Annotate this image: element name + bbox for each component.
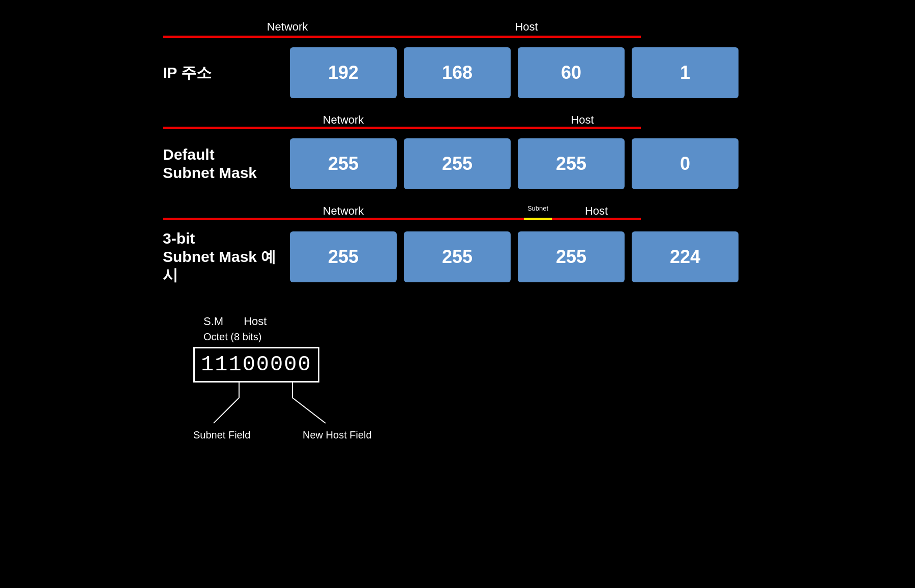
subnet-octet-4: 0 — [632, 138, 739, 189]
bits-display-container: 11100000 — [193, 347, 884, 383]
bottom-host-label: Host — [244, 315, 267, 328]
subnet3-network-label: Network — [163, 204, 524, 218]
svg-text:Subnet Field: Subnet Field — [193, 429, 250, 440]
ip-octet-4: 1 — [632, 47, 739, 98]
svg-text:New Host Field: New Host Field — [303, 429, 372, 440]
subnet-bar-row — [163, 127, 641, 129]
rows-section: Network Host IP 주소 192 168 60 1 Network … — [163, 20, 884, 284]
header-labels: Network Host — [163, 20, 641, 36]
subnet3-boxes: 255 255 255 224 — [290, 231, 739, 282]
bits-box: 11100000 — [193, 347, 319, 383]
subnet-octet-1: 255 — [290, 138, 397, 189]
header-bar-row — [163, 36, 641, 38]
ip-row: IP 주소 192 168 60 1 — [163, 47, 884, 98]
bottom-section: S.M Host Octet (8 bits) 11100000 Subnet — [163, 315, 884, 451]
subnet3-octet-4: 224 — [632, 231, 739, 282]
subnet-octet-2: 255 — [404, 138, 511, 189]
ip-boxes: 192 168 60 1 — [290, 47, 739, 98]
svg-line-3 — [292, 398, 326, 423]
subnet3-row: 3-bit Subnet Mask 예시 255 255 255 224 — [163, 229, 884, 284]
subnet-host-bar — [524, 127, 641, 129]
subnet3-octet-3: 255 — [518, 231, 625, 282]
network-bar — [163, 36, 412, 38]
subnet-network-label: Network — [163, 113, 524, 127]
header-host-label: Host — [412, 20, 641, 36]
ip-octet-2: 168 — [404, 47, 511, 98]
default-subnet-row: Default Subnet Mask 255 255 255 0 — [163, 138, 884, 189]
subnet3-row-header: Network Subnet Host — [163, 204, 884, 220]
main-container: Network Host IP 주소 192 168 60 1 Network … — [0, 0, 915, 466]
ip-row-header: Network Host — [163, 20, 884, 38]
default-subnet-label: Default Subnet Mask — [163, 145, 290, 182]
subnet3-host-label: Host — [552, 204, 641, 218]
header-network-label: Network — [163, 20, 412, 36]
subnet3-label: 3-bit Subnet Mask 예시 — [163, 229, 290, 284]
subnet3-bar-row — [163, 218, 641, 220]
subnet3-subnet-label: Subnet — [524, 204, 552, 218]
annotation-svg: Subnet Field New Host Field — [193, 383, 437, 449]
subnet3-network-bar — [163, 218, 524, 220]
subnet-network-bar — [163, 127, 524, 129]
ip-octet-3: 60 — [518, 47, 625, 98]
bits-ones: 111 — [201, 352, 243, 377]
subnet3-host-bar — [552, 218, 641, 220]
ip-octet-1: 192 — [290, 47, 397, 98]
host-bar — [412, 36, 641, 38]
subnet-octet-3: 255 — [518, 138, 625, 189]
subnet-row-header: Network Host — [163, 113, 884, 129]
subnet3-octet-2: 255 — [404, 231, 511, 282]
subnet3-octet-1: 255 — [290, 231, 397, 282]
svg-line-1 — [214, 398, 239, 423]
subnet-header-labels: Network Host — [163, 113, 641, 127]
subnet-boxes: 255 255 255 0 — [290, 138, 739, 189]
subnet-host-label: Host — [524, 113, 641, 127]
bits-zeros: 00000 — [243, 352, 312, 377]
sm-label: S.M — [203, 315, 223, 328]
subnet3-header-labels: Network Subnet Host — [163, 204, 641, 218]
sm-host-labels: S.M Host — [203, 315, 884, 328]
ip-label: IP 주소 — [163, 64, 290, 82]
subnet3-subnet-bar — [524, 218, 552, 220]
octet-label: Octet (8 bits) — [203, 331, 884, 343]
